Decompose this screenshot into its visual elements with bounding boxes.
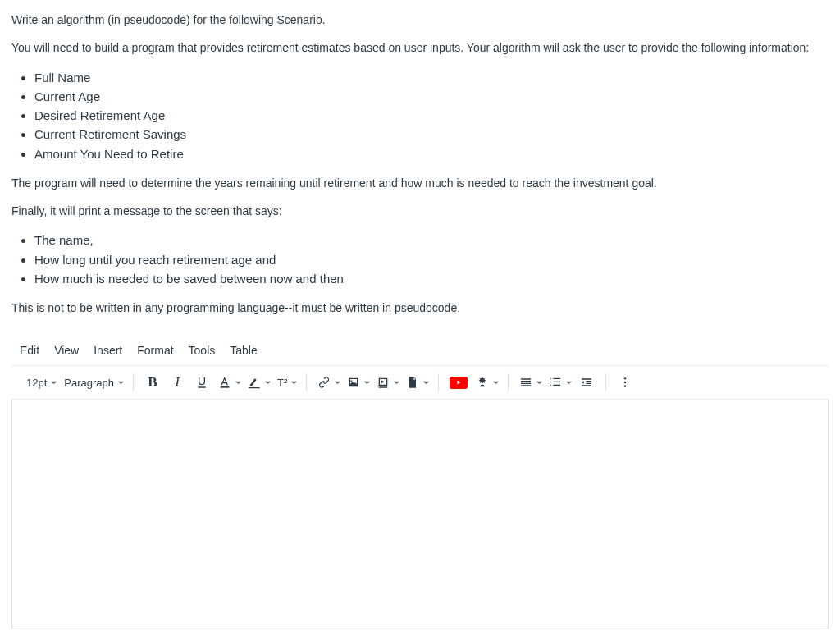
menu-format[interactable]: Format: [137, 344, 173, 357]
more-button[interactable]: [613, 370, 637, 395]
chevron-down-icon: [422, 376, 430, 389]
menu-view[interactable]: View: [54, 344, 79, 357]
youtube-button[interactable]: [445, 370, 472, 395]
underline-button[interactable]: [189, 370, 214, 395]
chevron-down-icon: [264, 376, 272, 389]
chevron-down-icon: [363, 376, 371, 389]
list-item: Current Age: [34, 87, 829, 106]
menu-tools[interactable]: Tools: [189, 344, 216, 357]
media-button[interactable]: [372, 370, 402, 395]
list-item: Desired Retirement Age: [34, 106, 829, 125]
chevron-down-icon: [50, 377, 57, 389]
determine-text: The program will need to determine the y…: [11, 175, 829, 191]
separator: [306, 373, 307, 391]
separator: [438, 373, 439, 391]
font-size-value: 12pt: [26, 377, 47, 389]
list-button[interactable]: [545, 370, 574, 395]
align-button[interactable]: [515, 370, 545, 395]
intro-text: Write an algorithm (in pseudocode) for t…: [11, 11, 829, 28]
svg-rect-0: [221, 386, 230, 388]
svg-point-2: [624, 382, 626, 383]
menu-table[interactable]: Table: [230, 344, 257, 357]
image-button[interactable]: [343, 370, 372, 395]
block-format-value: Paragraph: [64, 377, 114, 389]
menu-insert[interactable]: Insert: [94, 344, 122, 357]
link-button[interactable]: [313, 370, 343, 395]
document-button[interactable]: [402, 370, 431, 395]
menu-edit[interactable]: Edit: [20, 344, 39, 357]
svg-point-3: [624, 386, 626, 387]
input-list: Full Name Current Age Desired Retirement…: [11, 68, 829, 163]
chevron-down-icon: [536, 376, 543, 389]
chevron-down-icon: [290, 376, 298, 389]
text-color-button[interactable]: [214, 370, 244, 395]
bold-button[interactable]: B: [140, 370, 165, 395]
highlight-color-button[interactable]: [244, 370, 273, 395]
superscript-label: T²: [277, 377, 287, 389]
rich-text-editor: Edit View Insert Format Tools Table 12pt…: [11, 341, 829, 640]
chevron-down-icon: [235, 376, 242, 389]
separator: [605, 373, 606, 391]
font-size-select[interactable]: 12pt: [20, 370, 59, 395]
assignment-prompt: Write an algorithm (in pseudocode) for t…: [11, 11, 829, 316]
chevron-down-icon: [117, 377, 125, 389]
outdent-button[interactable]: [574, 370, 599, 395]
list-item: The name,: [34, 231, 829, 249]
need-text: You will need to build a program that pr…: [11, 39, 829, 56]
block-format-select[interactable]: Paragraph: [59, 370, 126, 395]
editor-statusbar: p 0 words </>: [11, 629, 829, 640]
output-list: The name, How long until you reach retir…: [11, 231, 829, 288]
finally-text: Finally, it will print a message to the …: [11, 203, 829, 219]
list-item: Full Name: [34, 68, 829, 87]
chevron-down-icon: [334, 376, 341, 389]
list-item: Current Retirement Savings: [34, 125, 829, 144]
italic-button[interactable]: I: [165, 370, 189, 395]
editor-toolbar: 12pt Paragraph B I T²: [11, 365, 829, 400]
superscript-button[interactable]: T²: [273, 370, 299, 395]
separator: [133, 373, 134, 391]
list-item: How much is needed to be saved between n…: [34, 269, 829, 288]
list-item: How long until you reach retirement age …: [34, 250, 829, 269]
note-text: This is not to be written in any program…: [11, 299, 829, 316]
list-item: Amount You Need to Retire: [34, 144, 829, 163]
svg-point-1: [624, 378, 626, 380]
chevron-down-icon: [492, 376, 500, 389]
apps-button[interactable]: [472, 370, 501, 395]
youtube-icon: [450, 377, 468, 389]
separator: [508, 373, 509, 391]
chevron-down-icon: [393, 376, 400, 389]
chevron-down-icon: [565, 376, 573, 389]
editor-menubar: Edit View Insert Format Tools Table: [11, 341, 829, 365]
editor-content[interactable]: [11, 400, 829, 629]
